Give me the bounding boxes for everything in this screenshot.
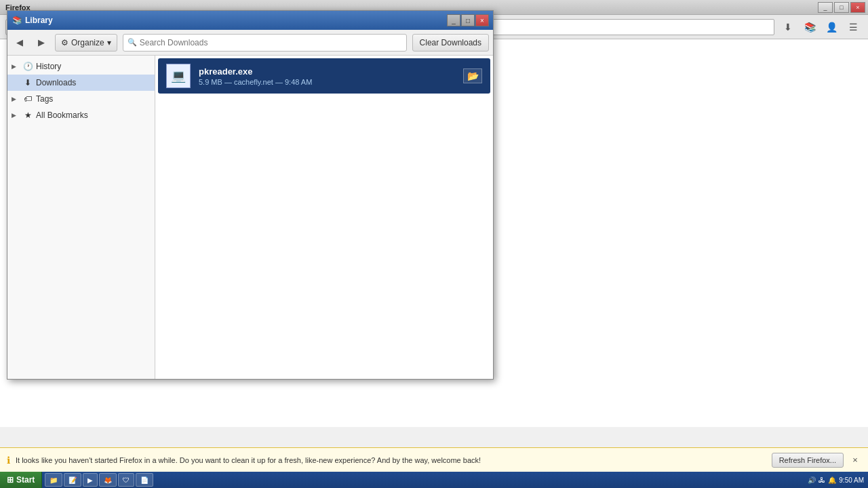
sidebar-item-bookmarks-label: All Bookmarks <box>36 110 88 120</box>
history-expand-arrow: ▶ <box>12 63 20 70</box>
sidebar-item-downloads[interactable]: ▶ ⬇ Downloads <box>7 75 155 91</box>
library-sidebar: ▶ 🕐 History ▶ ⬇ Downloads ▶ 🏷 Tags ▶ ★ A… <box>7 56 155 379</box>
download-source: cachefly.net <box>234 78 273 86</box>
download-meta: 5.9 MB — cachefly.net — 9:48 AM <box>199 78 455 86</box>
search-input[interactable] <box>140 38 402 47</box>
firefox-icon: 🦊 <box>104 476 112 484</box>
notification-icon: ℹ <box>7 455 10 466</box>
library-window: 📚 Library _ □ × ◀ ▶ ⚙ Organize ▾ 🔍 Clear… <box>7 10 494 380</box>
library-body: ▶ 🕐 History ▶ ⬇ Downloads ▶ 🏷 Tags ▶ ★ A… <box>7 56 493 379</box>
sync-icon[interactable]: 👤 <box>822 19 841 35</box>
windows-logo: ⊞ <box>7 475 14 485</box>
browser-toolbar-right: ⬇ 📚 👤 ☰ <box>778 19 863 35</box>
taskbar-clock: 9:50 AM <box>839 476 864 484</box>
browser-maximize-btn[interactable]: □ <box>834 2 849 13</box>
sidebar-item-history[interactable]: ▶ 🕐 History <box>7 58 155 75</box>
misc-icon: 📄 <box>140 476 149 484</box>
notification-text: It looks like you haven't started Firefo… <box>16 456 481 464</box>
library-window-icon: 📚 <box>12 15 22 26</box>
library-close-btn[interactable]: × <box>475 14 489 26</box>
taskbar: ⊞ Start 📁 📝 ▶ 🦊 🛡 📄 🔊 🖧 <box>0 472 868 488</box>
notepad-icon: 📝 <box>68 476 77 484</box>
library-window-title: Library <box>25 16 444 25</box>
media-icon: ▶ <box>87 476 93 484</box>
volume-icon[interactable]: 🔊 <box>808 476 816 484</box>
download-file-icon: 💻 <box>166 64 191 88</box>
clear-downloads-button[interactable]: Clear Downloads <box>412 34 489 52</box>
refresh-firefox-button[interactable]: Refresh Firefox... <box>772 453 844 468</box>
library-titlebar: 📚 Library _ □ × <box>7 11 493 30</box>
start-label: Start <box>16 475 35 485</box>
download-filename: pkreader.exe <box>199 66 455 77</box>
bookmarks-expand-arrow: ▶ <box>12 112 20 119</box>
downloads-icon: ⬇ <box>22 77 33 88</box>
sidebar-item-downloads-label: Downloads <box>36 78 76 87</box>
open-download-folder-button[interactable]: 📂 <box>463 68 482 83</box>
taskbar-app-media[interactable]: ▶ <box>83 473 98 487</box>
bookmarks-icon[interactable]: 📚 <box>800 19 819 35</box>
library-window-controls: _ □ × <box>447 14 489 26</box>
search-mag-icon: 🔍 <box>127 38 137 47</box>
download-size: 5.9 MB <box>199 78 222 86</box>
search-box[interactable]: 🔍 <box>123 34 407 52</box>
notification-close-button[interactable]: × <box>849 454 861 466</box>
download-icon[interactable]: ⬇ <box>778 19 797 35</box>
notification-bar: ℹ It looks like you haven't started Fire… <box>0 447 868 472</box>
sidebar-item-tags[interactable]: ▶ 🏷 Tags <box>7 91 155 107</box>
organize-arrow-icon: ▾ <box>107 38 111 47</box>
download-info: pkreader.exe 5.9 MB — cachefly.net — 9:4… <box>199 66 455 86</box>
explorer-icon: 📁 <box>50 476 58 484</box>
clock-time: 9:50 AM <box>839 476 864 484</box>
library-back-btn[interactable]: ◀ <box>12 35 28 51</box>
library-content: 💻 pkreader.exe 5.9 MB — cachefly.net — 9… <box>155 56 493 379</box>
taskbar-app-notepad[interactable]: 📝 <box>64 473 81 487</box>
open-folder-icon: 📂 <box>467 70 479 81</box>
sidebar-item-bookmarks[interactable]: ▶ ★ All Bookmarks <box>7 107 155 123</box>
library-minimize-btn[interactable]: _ <box>447 14 460 26</box>
tags-icon: 🏷 <box>22 94 33 104</box>
network-icon[interactable]: 🖧 <box>818 476 825 484</box>
library-icon: 📚 <box>12 16 22 25</box>
download-time: 9:48 AM <box>285 78 312 86</box>
start-button[interactable]: ⊞ Start <box>0 472 42 488</box>
notification-tray-icon[interactable]: 🔔 <box>828 476 836 484</box>
sidebar-item-tags-label: Tags <box>36 94 53 104</box>
browser-window-controls: _ □ × <box>818 2 865 13</box>
download-separator1: — <box>224 78 234 86</box>
menu-icon[interactable]: ☰ <box>844 19 863 35</box>
tags-expand-arrow: ▶ <box>12 96 20 102</box>
sidebar-item-history-label: History <box>36 62 61 71</box>
download-item[interactable]: 💻 pkreader.exe 5.9 MB — cachefly.net — 9… <box>158 58 490 94</box>
download-separator2: — <box>275 78 285 86</box>
taskbar-app-firefox[interactable]: 🦊 <box>99 473 117 487</box>
organize-label: Organize <box>71 38 104 47</box>
library-forward-btn[interactable]: ▶ <box>33 35 50 51</box>
av-icon: 🛡 <box>123 476 130 484</box>
taskbar-app-av[interactable]: 🛡 <box>118 473 134 487</box>
taskbar-app-misc[interactable]: 📄 <box>136 473 153 487</box>
taskbar-tray: 🔊 🖧 🔔 9:50 AM <box>804 476 868 484</box>
browser-minimize-btn[interactable]: _ <box>818 2 833 13</box>
taskbar-apps: 📁 📝 ▶ 🦊 🛡 📄 <box>42 473 804 487</box>
bookmarks-icon: ★ <box>22 110 33 121</box>
library-toolbar: ◀ ▶ ⚙ Organize ▾ 🔍 Clear Downloads <box>7 30 493 56</box>
history-icon: 🕐 <box>22 61 33 72</box>
organize-button[interactable]: ⚙ Organize ▾ <box>55 34 117 52</box>
library-maximize-btn[interactable]: □ <box>461 14 475 26</box>
taskbar-app-explorer[interactable]: 📁 <box>45 473 62 487</box>
gear-icon: ⚙ <box>61 38 68 47</box>
exe-file-icon: 💻 <box>171 68 186 83</box>
browser-close-btn[interactable]: × <box>850 2 865 13</box>
